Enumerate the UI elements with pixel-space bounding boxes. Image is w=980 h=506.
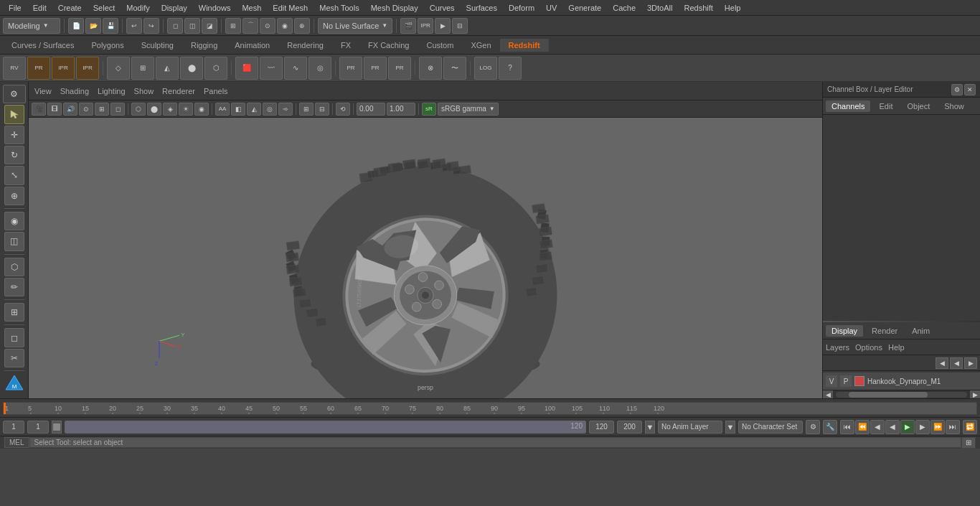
vp-hud-btn[interactable]: ⊟ <box>315 103 329 116</box>
move-tool-button[interactable]: ✛ <box>4 126 24 144</box>
select-by-object-button[interactable]: ◻ <box>167 18 183 34</box>
play-back-btn[interactable]: ◀ <box>885 420 900 434</box>
tab-fx-caching[interactable]: FX Caching <box>359 39 418 52</box>
save-scene-button[interactable]: 💾 <box>103 18 118 34</box>
paint-select-button[interactable]: ✏ <box>4 278 24 296</box>
layer-icon-3[interactable]: ▶ <box>964 357 977 369</box>
char-set-dropdown-arrow[interactable]: ▼ <box>725 421 735 434</box>
no-live-surface-button[interactable]: No Live Surface ▼ <box>318 18 392 34</box>
render-settings-button[interactable]: 🎬 <box>400 18 416 34</box>
rs-btn-sphere[interactable]: ⬤ <box>180 57 203 80</box>
menu-surfaces[interactable]: Surfaces <box>461 2 503 14</box>
frame-range-bar[interactable]: 120 <box>65 421 586 434</box>
vp-grid-btn[interactable]: ⊞ <box>299 103 314 116</box>
menu-edit-mesh[interactable]: Edit Mesh <box>267 2 314 14</box>
menu-uv[interactable]: UV <box>540 2 562 14</box>
tab-animation[interactable]: Animation <box>226 39 278 52</box>
prev-frame-btn[interactable]: ◀ <box>870 420 885 434</box>
goto-end-btn[interactable]: ⏭ <box>946 420 960 434</box>
rs-btn-plane[interactable]: ⬡ <box>204 57 227 80</box>
menu-create[interactable]: Create <box>52 2 88 14</box>
vp-default-btn[interactable]: ◉ <box>194 103 209 116</box>
rs-btn-wave3[interactable]: 〜 <box>443 57 466 80</box>
soft-select-button[interactable]: ◉ <box>4 212 24 230</box>
lt-tab-display[interactable]: Display <box>826 325 863 337</box>
menu-deform[interactable]: Deform <box>503 2 540 14</box>
tab-fx[interactable]: FX <box>332 39 359 52</box>
viewport-shading-menu[interactable]: Shading <box>60 87 89 95</box>
viewport-view-menu[interactable]: View <box>34 87 52 95</box>
rs-btn-ipr4[interactable]: IPR <box>76 57 99 80</box>
rs-btn-pr1[interactable]: PR <box>339 57 362 80</box>
camera-far-clip[interactable] <box>387 103 415 116</box>
sculpt-button[interactable]: ⊞ <box>4 303 24 322</box>
panel-settings-btn[interactable]: ⚙ <box>951 84 963 95</box>
rs-btn-teardrop[interactable]: ◭ <box>156 57 179 80</box>
snap-point-button[interactable]: ⊙ <box>260 18 275 34</box>
rs-btn-rv[interactable]: RV <box>3 57 26 80</box>
ch-tab-show[interactable]: Show <box>938 100 970 112</box>
hud-button[interactable]: ⊟ <box>452 18 468 34</box>
viewport-lighting-menu[interactable]: Lighting <box>98 87 126 95</box>
menu-redshift[interactable]: Redshift <box>678 2 718 14</box>
settings-btn-2[interactable]: 🔧 <box>823 420 837 434</box>
menu-display[interactable]: Display <box>156 2 193 14</box>
quad-draw-button[interactable]: ◻ <box>4 328 24 347</box>
current-frame-input-left[interactable] <box>3 421 24 434</box>
right-panel-scrollbar[interactable]: ◀ ▶ <box>823 390 980 398</box>
rs-btn-grid[interactable]: ⊞ <box>131 57 154 80</box>
scroll-thumb[interactable] <box>849 392 928 398</box>
workspace-dropdown[interactable]: Modeling ▼ <box>3 18 60 34</box>
vp-select-btn[interactable]: ◻ <box>110 103 125 116</box>
tab-rendering[interactable]: Rendering <box>278 39 332 52</box>
select-by-hierarchy-button[interactable]: ◫ <box>184 18 200 34</box>
new-scene-button[interactable]: 📄 <box>68 18 84 34</box>
viewport-panels-menu[interactable]: Panels <box>204 87 228 95</box>
options-menu[interactable]: Options <box>855 343 882 352</box>
layer-icon-1[interactable]: ◀ <box>936 357 948 369</box>
menu-mesh-display[interactable]: Mesh Display <box>365 2 424 14</box>
redo-button[interactable]: ↪ <box>143 18 159 34</box>
vp-shad-btn[interactable]: ◧ <box>231 103 245 116</box>
rs-btn-log[interactable]: LOG <box>474 57 497 80</box>
menu-cache[interactable]: Cache <box>607 2 641 14</box>
tab-polygons[interactable]: Polygons <box>83 39 132 52</box>
vp-motion-btn[interactable]: ➾ <box>278 103 293 116</box>
viewport-renderer-menu[interactable]: Renderer <box>162 87 195 95</box>
multi-cut-button[interactable]: ✂ <box>4 349 24 367</box>
ch-tab-edit[interactable]: Edit <box>873 100 898 112</box>
snap-curve-button[interactable]: ⌒ <box>242 18 258 34</box>
rotate-tool-button[interactable]: ↻ <box>4 146 24 164</box>
layer-playback-btn[interactable]: P <box>840 375 852 387</box>
tab-rigging[interactable]: Rigging <box>182 39 226 52</box>
menu-modify[interactable]: Modify <box>121 2 155 14</box>
vp-wireframe-btn[interactable]: ⬡ <box>131 103 146 116</box>
layer-icon-2[interactable]: ◀ <box>950 357 963 369</box>
menu-windows[interactable]: Windows <box>193 2 237 14</box>
vp-frame-btn[interactable]: ⊞ <box>95 103 109 116</box>
char-set-dropdown[interactable]: No Character Set <box>738 421 803 434</box>
menu-select[interactable]: Select <box>88 2 121 14</box>
scroll-right-btn[interactable]: ▶ <box>970 390 980 399</box>
rs-btn-pr2[interactable]: PR <box>364 57 387 80</box>
current-frame-display[interactable] <box>27 421 49 434</box>
rs-btn-ipr2[interactable]: PR <box>27 57 50 80</box>
vp-film-btn[interactable]: 🎞 <box>47 103 62 116</box>
tab-curves-surfaces[interactable]: Curves / Surfaces <box>3 39 83 52</box>
tab-redshift[interactable]: Redshift <box>500 39 549 52</box>
ch-tab-object[interactable]: Object <box>901 100 936 112</box>
command-mode-toggle[interactable]: MEL <box>4 437 29 448</box>
undo-button[interactable]: ↩ <box>126 18 142 34</box>
menu-3dto[interactable]: 3DtoAll <box>641 2 678 14</box>
menu-help[interactable]: Help <box>719 2 747 14</box>
vp-light-btn[interactable]: ☀ <box>179 103 193 116</box>
rs-btn-circle[interactable]: ◎ <box>308 57 331 80</box>
tab-xgen[interactable]: XGen <box>462 39 499 52</box>
playback-end-input[interactable] <box>589 421 614 434</box>
rs-btn-wave1[interactable]: 〰 <box>260 57 283 80</box>
vp-snap-btn[interactable]: ⊙ <box>79 103 93 116</box>
help-menu[interactable]: Help <box>888 343 905 352</box>
goto-start-btn[interactable]: ⏮ <box>840 420 854 434</box>
next-frame-btn[interactable]: ▶ <box>915 420 930 434</box>
layer-item[interactable]: V P Hankook_Dynapro_M1 <box>823 373 980 390</box>
